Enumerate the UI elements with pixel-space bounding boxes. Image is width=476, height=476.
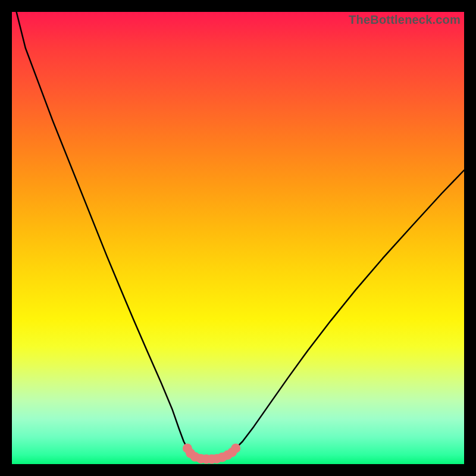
svg-point-10 (231, 443, 240, 453)
chart-overlay (12, 12, 464, 464)
optimal-zone-marker (183, 443, 240, 464)
attribution-watermark: TheBottleneck.com (349, 13, 461, 27)
chart-frame: TheBottleneck.com (12, 12, 464, 464)
bottleneck-curve (17, 12, 464, 459)
